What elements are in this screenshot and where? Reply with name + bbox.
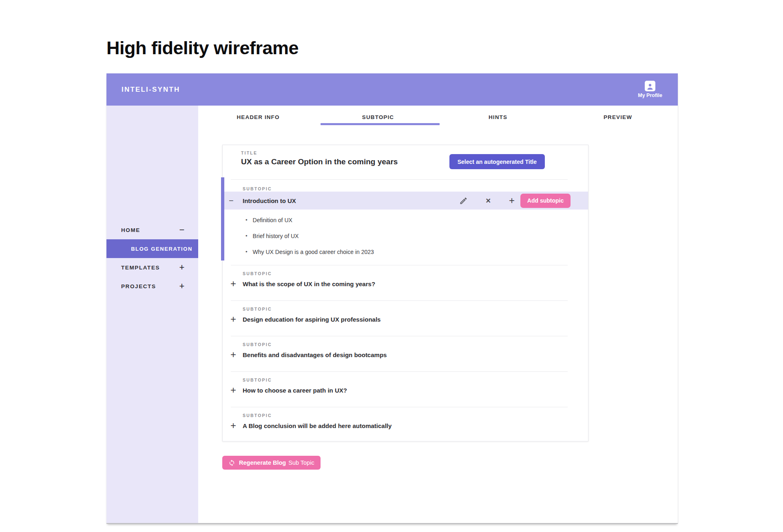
- subtopic-title: Design education for aspiring UX profess…: [243, 316, 380, 323]
- subtopic-section: SUBTOPIC + What is the scope of UX in th…: [223, 265, 588, 300]
- add-plus-icon[interactable]: +: [509, 196, 515, 205]
- subtopic-field-label: SUBTOPIC: [243, 307, 272, 311]
- tab-label: HINTS: [489, 114, 507, 120]
- subtopic-title: What is the scope of UX in the coming ye…: [243, 280, 375, 287]
- subtopic-field-label: SUBTOPIC: [243, 377, 272, 382]
- app-bar: INTELI-SYNTH My Profile: [106, 73, 678, 106]
- sidebar-item-templates[interactable]: TEMPLATES +: [106, 258, 198, 277]
- delete-x-icon[interactable]: ✕: [486, 197, 491, 205]
- row-actions: ✕ +: [459, 196, 515, 205]
- sidebar-item-projects[interactable]: PROJECTS +: [106, 277, 198, 296]
- sidebar: HOME − BLOG GENERATION TEMPLATES + PROJE…: [106, 106, 198, 523]
- plus-icon[interactable]: +: [179, 263, 185, 272]
- subtopic-bullet-list: Definition of UX Brief history of UX Why…: [223, 210, 588, 265]
- tab-subtopic[interactable]: SUBTOPIC: [318, 106, 438, 125]
- sync-refresh-icon: [228, 459, 235, 466]
- sidebar-item-label: TEMPLATES: [121, 265, 160, 271]
- sidebar-item-label: PROJECTS: [121, 283, 156, 289]
- tab-preview[interactable]: PREVIEW: [558, 106, 678, 125]
- edit-pencil-icon[interactable]: [459, 196, 468, 205]
- my-profile-label: My Profile: [638, 93, 662, 98]
- page: High fidelity wireframe INTELI-SYNTH My …: [0, 0, 783, 532]
- wireframe-frame: INTELI-SYNTH My Profile HOME −: [106, 73, 678, 524]
- sidebar-item-label: BLOG GENERATION: [131, 246, 192, 252]
- tab-label: HEADER INFO: [237, 114, 279, 120]
- sidebar-item-blog-generation[interactable]: BLOG GENERATION: [106, 239, 198, 258]
- title-section: TITLE UX as a Career Option in the comin…: [223, 145, 588, 179]
- subtopic-title: Benefits and disadvantages of design boo…: [243, 351, 387, 358]
- regenerate-blog-subtopic-button[interactable]: Regenerate Blog Sub Topic: [222, 456, 321, 470]
- subtopic-section-expanded: SUBTOPIC − Introduction to UX: [223, 180, 588, 265]
- bullet-item: Why UX Design is a good career choice in…: [246, 244, 588, 260]
- sidebar-item-label: HOME: [121, 227, 140, 233]
- subtopic-field-label: SUBTOPIC: [243, 271, 272, 276]
- collapse-minus-icon[interactable]: −: [229, 196, 238, 205]
- subtopic-section: SUBTOPIC + Design education for aspiring…: [223, 300, 588, 336]
- brand-logo: INTELI-SYNTH: [122, 86, 180, 94]
- expand-plus-icon[interactable]: +: [229, 385, 238, 395]
- subtopic-section: SUBTOPIC + A Blog conclusion will be add…: [223, 407, 588, 442]
- subtopic-section: SUBTOPIC + How to choose a career path i…: [223, 371, 588, 407]
- subtopic-section: SUBTOPIC + Benefits and disadvantages of…: [223, 336, 588, 371]
- active-section-accent-bar: [221, 177, 224, 260]
- subtopic-field-label: SUBTOPIC: [243, 413, 272, 418]
- regenerate-label-bold: Regenerate Blog: [239, 459, 286, 466]
- regenerate-label-regular: Sub Topic: [288, 459, 314, 466]
- tab-label: PREVIEW: [604, 114, 632, 120]
- bullet-item: Brief history of UX: [246, 228, 588, 244]
- subtopic-title: How to choose a career path in UX?: [243, 387, 347, 394]
- expand-plus-icon[interactable]: +: [229, 314, 238, 324]
- page-title: High fidelity wireframe: [106, 38, 299, 59]
- tab-header-info[interactable]: HEADER INFO: [198, 106, 318, 125]
- subtopic-title: Introduction to UX: [243, 197, 296, 204]
- plus-icon[interactable]: +: [179, 282, 185, 291]
- expand-plus-icon[interactable]: +: [229, 279, 238, 289]
- subtopic-card: TITLE UX as a Career Option in the comin…: [222, 145, 588, 441]
- subtopic-row-introduction[interactable]: − Introduction to UX ✕ +: [223, 192, 588, 210]
- tab-bar: HEADER INFO SUBTOPIC HINTS PREVIEW: [198, 106, 678, 125]
- my-profile-button[interactable]: My Profile: [638, 81, 662, 98]
- account-icon: [645, 81, 655, 91]
- active-tab-indicator: [321, 123, 440, 125]
- sidebar-item-home[interactable]: HOME −: [106, 221, 198, 239]
- expand-plus-icon[interactable]: +: [229, 350, 238, 360]
- tab-label: SUBTOPIC: [362, 114, 394, 120]
- add-subtopic-button[interactable]: Add subtopic: [520, 194, 571, 208]
- subtopic-title: A Blog conclusion will be added here aut…: [243, 422, 392, 429]
- expand-plus-icon[interactable]: +: [229, 421, 238, 430]
- subtopic-field-label: SUBTOPIC: [243, 342, 272, 347]
- minus-icon[interactable]: −: [179, 225, 185, 234]
- bullet-item: Definition of UX: [246, 212, 588, 228]
- tab-hints[interactable]: HINTS: [438, 106, 558, 125]
- main-content: HEADER INFO SUBTOPIC HINTS PREVIEW: [198, 106, 678, 523]
- select-autogenerated-title-button[interactable]: Select an autogenerated Title: [449, 154, 545, 169]
- subtopic-field-label: SUBTOPIC: [243, 186, 272, 191]
